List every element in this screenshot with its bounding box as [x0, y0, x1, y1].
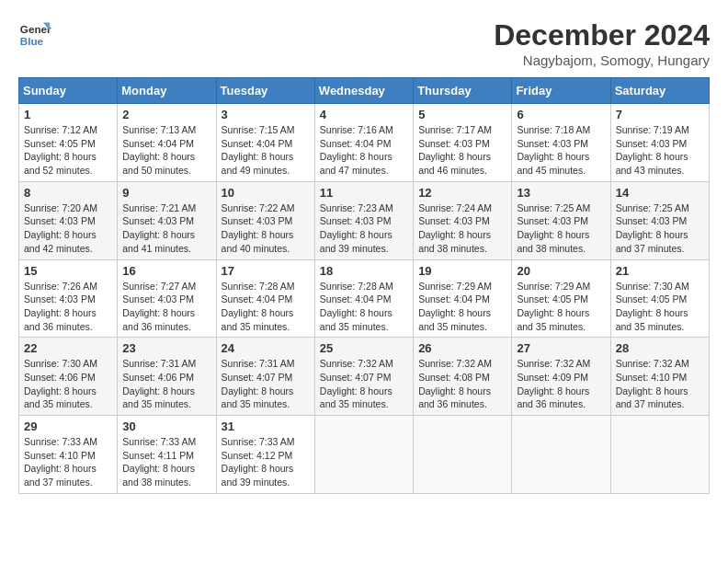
day-number: 28 [616, 341, 704, 355]
day-info: Sunrise: 7:33 AM Sunset: 4:10 PM Dayligh… [24, 435, 112, 489]
day-number: 31 [222, 419, 310, 433]
main-title: December 2024 [494, 18, 710, 52]
calendar-day-cell: 31 Sunrise: 7:33 AM Sunset: 4:12 PM Dayl… [216, 416, 314, 494]
subtitle: Nagybajom, Somogy, Hungary [494, 52, 710, 68]
calendar-day-cell: 21 Sunrise: 7:30 AM Sunset: 4:05 PM Dayl… [610, 259, 709, 338]
day-number: 5 [418, 108, 506, 121]
calendar-day-cell: 18 Sunrise: 7:28 AM Sunset: 4:04 PM Dayl… [314, 259, 413, 338]
calendar-day-cell: 4 Sunrise: 7:16 AM Sunset: 4:04 PM Dayli… [314, 104, 413, 182]
empty-cell [610, 416, 709, 494]
day-info: Sunrise: 7:13 AM Sunset: 4:04 PM Dayligh… [122, 123, 210, 178]
day-number: 30 [122, 419, 210, 433]
calendar-day-cell: 12 Sunrise: 7:24 AM Sunset: 4:03 PM Dayl… [414, 181, 512, 259]
calendar-day-cell: 30 Sunrise: 7:33 AM Sunset: 4:11 PM Dayl… [118, 416, 216, 494]
day-info: Sunrise: 7:32 AM Sunset: 4:07 PM Dayligh… [320, 357, 408, 411]
day-of-week-header: Tuesday [216, 78, 314, 104]
calendar-day-cell: 13 Sunrise: 7:25 AM Sunset: 4:03 PM Dayl… [512, 181, 610, 259]
day-number: 27 [517, 341, 605, 355]
day-number: 17 [222, 264, 310, 278]
day-info: Sunrise: 7:12 AM Sunset: 4:05 PM Dayligh… [24, 123, 112, 178]
calendar-day-cell: 19 Sunrise: 7:29 AM Sunset: 4:04 PM Dayl… [414, 259, 512, 338]
day-number: 14 [616, 186, 704, 200]
calendar-table: SundayMondayTuesdayWednesdayThursdayFrid… [18, 77, 710, 494]
day-number: 12 [418, 186, 506, 200]
calendar-day-cell: 29 Sunrise: 7:33 AM Sunset: 4:10 PM Dayl… [19, 416, 118, 494]
logo-icon: General Blue [18, 18, 51, 52]
day-of-week-header: Sunday [19, 78, 118, 104]
day-info: Sunrise: 7:29 AM Sunset: 4:05 PM Dayligh… [517, 280, 605, 334]
day-number: 29 [24, 419, 112, 433]
calendar-day-cell: 10 Sunrise: 7:22 AM Sunset: 4:03 PM Dayl… [216, 181, 314, 259]
calendar-day-cell: 11 Sunrise: 7:23 AM Sunset: 4:03 PM Dayl… [314, 181, 413, 259]
day-info: Sunrise: 7:28 AM Sunset: 4:04 PM Dayligh… [320, 280, 408, 334]
day-number: 4 [320, 108, 408, 121]
empty-cell [414, 416, 512, 494]
day-info: Sunrise: 7:17 AM Sunset: 4:03 PM Dayligh… [418, 123, 506, 178]
calendar-day-cell: 14 Sunrise: 7:25 AM Sunset: 4:03 PM Dayl… [610, 181, 709, 259]
day-of-week-header: Friday [512, 78, 610, 104]
day-number: 10 [222, 186, 310, 200]
calendar-day-cell: 6 Sunrise: 7:18 AM Sunset: 4:03 PM Dayli… [512, 104, 610, 182]
title-area: December 2024 Nagybajom, Somogy, Hungary [494, 18, 710, 68]
calendar-day-cell: 3 Sunrise: 7:15 AM Sunset: 4:04 PM Dayli… [216, 104, 314, 182]
day-number: 8 [24, 186, 112, 200]
calendar-day-cell: 7 Sunrise: 7:19 AM Sunset: 4:03 PM Dayli… [610, 104, 709, 182]
calendar-day-cell: 24 Sunrise: 7:31 AM Sunset: 4:07 PM Dayl… [216, 338, 314, 416]
calendar-day-cell: 15 Sunrise: 7:26 AM Sunset: 4:03 PM Dayl… [19, 259, 118, 338]
day-info: Sunrise: 7:26 AM Sunset: 4:03 PM Dayligh… [24, 280, 112, 334]
calendar-day-cell: 16 Sunrise: 7:27 AM Sunset: 4:03 PM Dayl… [118, 259, 216, 338]
empty-cell [314, 416, 413, 494]
day-number: 11 [320, 186, 408, 200]
day-number: 21 [616, 264, 704, 278]
day-number: 19 [418, 264, 506, 278]
day-info: Sunrise: 7:20 AM Sunset: 4:03 PM Dayligh… [24, 201, 112, 256]
page-header: General Blue December 2024 Nagybajom, So… [18, 18, 710, 68]
calendar-day-cell: 20 Sunrise: 7:29 AM Sunset: 4:05 PM Dayl… [512, 259, 610, 338]
day-number: 22 [24, 341, 112, 355]
day-number: 3 [222, 108, 310, 121]
day-info: Sunrise: 7:19 AM Sunset: 4:03 PM Dayligh… [616, 123, 704, 178]
calendar-day-cell: 17 Sunrise: 7:28 AM Sunset: 4:04 PM Dayl… [216, 259, 314, 338]
calendar-day-cell: 8 Sunrise: 7:20 AM Sunset: 4:03 PM Dayli… [19, 181, 118, 259]
calendar-day-cell: 28 Sunrise: 7:32 AM Sunset: 4:10 PM Dayl… [610, 338, 709, 416]
calendar-day-cell: 5 Sunrise: 7:17 AM Sunset: 4:03 PM Dayli… [414, 104, 512, 182]
calendar-day-cell: 2 Sunrise: 7:13 AM Sunset: 4:04 PM Dayli… [118, 104, 216, 182]
day-number: 15 [24, 264, 112, 278]
day-info: Sunrise: 7:29 AM Sunset: 4:04 PM Dayligh… [418, 280, 506, 334]
day-info: Sunrise: 7:32 AM Sunset: 4:08 PM Dayligh… [418, 357, 506, 411]
empty-cell [512, 416, 610, 494]
day-number: 6 [517, 108, 605, 121]
day-info: Sunrise: 7:31 AM Sunset: 4:06 PM Dayligh… [122, 357, 210, 411]
calendar-day-cell: 9 Sunrise: 7:21 AM Sunset: 4:03 PM Dayli… [118, 181, 216, 259]
calendar-day-cell: 22 Sunrise: 7:30 AM Sunset: 4:06 PM Dayl… [19, 338, 118, 416]
day-info: Sunrise: 7:25 AM Sunset: 4:03 PM Dayligh… [616, 201, 704, 256]
calendar-day-cell: 26 Sunrise: 7:32 AM Sunset: 4:08 PM Dayl… [414, 338, 512, 416]
day-of-week-header: Saturday [610, 78, 709, 104]
day-number: 7 [616, 108, 704, 121]
day-info: Sunrise: 7:32 AM Sunset: 4:09 PM Dayligh… [517, 357, 605, 411]
day-number: 9 [122, 186, 210, 200]
day-info: Sunrise: 7:33 AM Sunset: 4:11 PM Dayligh… [122, 435, 210, 489]
day-info: Sunrise: 7:15 AM Sunset: 4:04 PM Dayligh… [222, 123, 310, 178]
day-info: Sunrise: 7:23 AM Sunset: 4:03 PM Dayligh… [320, 201, 408, 256]
day-number: 26 [418, 341, 506, 355]
day-of-week-header: Thursday [414, 78, 512, 104]
day-of-week-header: Monday [118, 78, 216, 104]
day-number: 24 [222, 341, 310, 355]
day-number: 25 [320, 341, 408, 355]
day-info: Sunrise: 7:24 AM Sunset: 4:03 PM Dayligh… [418, 201, 506, 256]
day-info: Sunrise: 7:31 AM Sunset: 4:07 PM Dayligh… [222, 357, 310, 411]
logo: General Blue [18, 18, 57, 52]
calendar-day-cell: 23 Sunrise: 7:31 AM Sunset: 4:06 PM Dayl… [118, 338, 216, 416]
day-number: 16 [122, 264, 210, 278]
day-of-week-header: Wednesday [314, 78, 413, 104]
day-info: Sunrise: 7:16 AM Sunset: 4:04 PM Dayligh… [320, 123, 408, 178]
calendar-day-cell: 27 Sunrise: 7:32 AM Sunset: 4:09 PM Dayl… [512, 338, 610, 416]
day-info: Sunrise: 7:28 AM Sunset: 4:04 PM Dayligh… [222, 280, 310, 334]
day-info: Sunrise: 7:21 AM Sunset: 4:03 PM Dayligh… [122, 201, 210, 256]
day-info: Sunrise: 7:27 AM Sunset: 4:03 PM Dayligh… [122, 280, 210, 334]
calendar-header: SundayMondayTuesdayWednesdayThursdayFrid… [19, 78, 710, 104]
day-info: Sunrise: 7:25 AM Sunset: 4:03 PM Dayligh… [517, 201, 605, 256]
day-info: Sunrise: 7:18 AM Sunset: 4:03 PM Dayligh… [517, 123, 605, 178]
calendar-day-cell: 25 Sunrise: 7:32 AM Sunset: 4:07 PM Dayl… [314, 338, 413, 416]
